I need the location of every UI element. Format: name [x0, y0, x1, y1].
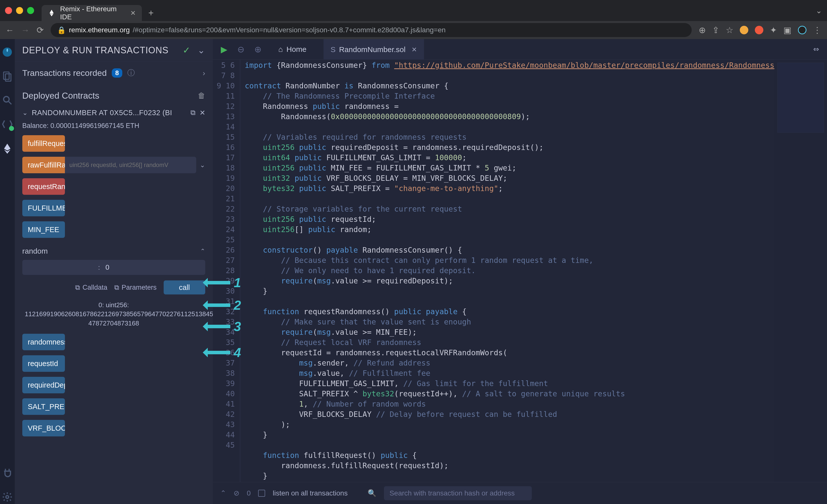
remix-logo-icon[interactable]: [0, 45, 14, 59]
colon-label: :: [98, 264, 100, 271]
play-icon[interactable]: ▶: [221, 44, 227, 54]
tx-count-badge: 8: [112, 68, 122, 77]
fn-minfee-button[interactable]: MIN_FEE: [22, 221, 65, 238]
kebab-menu-icon[interactable]: ⋮: [813, 25, 822, 35]
file-explorer-icon[interactable]: [0, 69, 14, 83]
random-index-input[interactable]: [105, 263, 201, 271]
close-file-icon[interactable]: ✕: [411, 46, 417, 54]
maximize-window-button[interactable]: [27, 7, 34, 14]
fn-requestid-button[interactable]: requestId: [22, 355, 65, 372]
trash-icon[interactable]: 🗑: [198, 92, 205, 100]
fn-fulfillrequest-button[interactable]: fulfillRequest: [22, 135, 65, 152]
contract-title: RANDOMNUMBER AT 0X5C5...F0232 (BI: [32, 109, 187, 117]
svg-point-5: [6, 496, 9, 499]
zoom-in-icon[interactable]: ⊕: [254, 44, 261, 54]
reload-icon[interactable]: ⟳: [37, 25, 44, 35]
copy-parameters-button[interactable]: ⧉Parameters: [114, 284, 157, 291]
fn-requireddeposit-button[interactable]: requiredDepos: [22, 377, 65, 393]
expand-chevron-icon[interactable]: ⌄: [200, 161, 205, 169]
compiler-icon[interactable]: [0, 117, 14, 131]
fn-requestrandom-button[interactable]: requestRando: [22, 178, 65, 195]
fn-rawfulfill-button[interactable]: rawFulfillRanc: [22, 157, 65, 173]
random-label: random: [22, 247, 48, 256]
deployed-contracts-label: Deployed Contracts: [22, 91, 99, 101]
forward-icon[interactable]: →: [21, 25, 30, 35]
code-content[interactable]: import {RandomnessConsumer} from "https:…: [240, 60, 774, 482]
file-tab[interactable]: S RandomNumber.sol ✕: [324, 39, 424, 60]
check-icon[interactable]: ✓: [183, 45, 190, 56]
function-list: fulfillRequest rawFulfillRanc ⌄ requestR…: [15, 135, 213, 245]
fn-randomness-button[interactable]: randomness: [22, 334, 65, 350]
fn-vrfblocks-button[interactable]: VRF_BLOCKS_: [22, 420, 65, 436]
maximize-editor-icon[interactable]: ⇔: [813, 45, 819, 53]
collapse-chevron-icon[interactable]: ⌃: [200, 247, 205, 255]
call-result-output: 0: uint256: 1121699190626081678622126973…: [22, 300, 205, 328]
listen-label: listen on all transactions: [273, 489, 348, 497]
home-tab[interactable]: ⌂ Home: [272, 39, 313, 60]
editor-minimap[interactable]: [774, 60, 827, 482]
puzzle-icon[interactable]: ✦: [770, 25, 777, 35]
url-box[interactable]: 🔒 remix.ethereum.org /#optimize=false&ru…: [51, 23, 692, 37]
share-icon[interactable]: ⇪: [712, 25, 719, 35]
tabs-dropdown-icon[interactable]: ⌄: [816, 6, 822, 15]
eth-favicon-icon: [48, 9, 56, 17]
tx-recorded-label: Transactions recorded: [22, 68, 107, 78]
deploy-icon[interactable]: [0, 141, 14, 155]
tx-recorded-row[interactable]: Transactions recorded 8 ⓘ ›: [15, 62, 213, 84]
extension-2-icon[interactable]: [755, 26, 763, 34]
svg-rect-2: [5, 74, 11, 81]
chevron-right-icon[interactable]: ›: [203, 69, 205, 77]
terminal-search-icon[interactable]: 🔍: [368, 489, 376, 497]
plugin-icon[interactable]: [0, 466, 14, 480]
listen-checkbox[interactable]: [258, 490, 265, 497]
new-tab-button[interactable]: +: [148, 8, 154, 18]
solidity-file-icon: S: [331, 45, 336, 54]
panel-title: DEPLOY & RUN TRANSACTIONS: [22, 45, 169, 56]
terminal-search-input[interactable]: Search with transaction hash or address: [384, 486, 532, 500]
editor-area: ▶ ⊖ ⊕ ⌂ Home S RandomNumber.sol ✕ ⇔ 5 6 …: [213, 39, 827, 504]
back-icon[interactable]: ←: [5, 25, 14, 35]
code-editor[interactable]: 5 6 7 8 9 10 11 12 13 14 15 16 17 18 19 …: [213, 60, 827, 482]
profile-avatar-icon[interactable]: [798, 26, 807, 34]
settings-gear-icon[interactable]: [0, 490, 14, 504]
copy-address-icon[interactable]: ⧉: [190, 109, 195, 117]
extension-1-icon[interactable]: [740, 26, 748, 34]
secure-lock-icon: 🔒: [57, 26, 66, 34]
fn-saltprefix-button[interactable]: SALT_PREFIX: [22, 398, 65, 415]
chevron-down-icon[interactable]: ⌄: [22, 109, 28, 117]
compiler-success-badge: [9, 126, 14, 131]
close-window-button[interactable]: [5, 7, 12, 14]
zoom-icon[interactable]: ⊕: [699, 25, 706, 35]
panel-icon[interactable]: ▣: [783, 25, 791, 35]
zoom-out-icon[interactable]: ⊖: [237, 44, 244, 54]
collapse-terminal-icon[interactable]: ⌃: [220, 489, 226, 497]
fn-rawfulfill-input[interactable]: [65, 157, 196, 173]
annotation-arrow-4: 4: [203, 345, 241, 360]
annotation-arrow-2: 2: [203, 298, 241, 313]
svg-rect-1: [4, 72, 9, 79]
minimize-window-button[interactable]: [16, 7, 23, 14]
info-icon[interactable]: ⓘ: [127, 68, 135, 78]
annotation-arrow-1: 1: [203, 275, 241, 290]
chevron-down-icon[interactable]: ⌄: [197, 45, 205, 56]
address-bar: ← → ⟳ 🔒 remix.ethereum.org /#optimize=fa…: [0, 21, 827, 39]
close-tab-icon[interactable]: ✕: [130, 9, 136, 17]
star-icon[interactable]: ☆: [726, 25, 733, 35]
copy-icon: ⧉: [75, 284, 80, 291]
fn-fulfillment-gas-button[interactable]: FULFILLMENT: [22, 200, 65, 216]
call-button[interactable]: call: [164, 280, 205, 294]
browser-titlebar: Remix - Ethereum IDE ✕ + ⌄: [0, 0, 827, 21]
deployed-contract-row[interactable]: ⌄ RANDOMNUMBER AT 0X5C5...F0232 (BI ⧉ ✕: [15, 105, 213, 120]
remove-contract-icon[interactable]: ✕: [199, 109, 205, 117]
deployed-contracts-header: Deployed Contracts 🗑: [15, 84, 213, 105]
search-icon[interactable]: [0, 93, 14, 107]
browser-tab[interactable]: Remix - Ethereum IDE ✕: [42, 5, 142, 21]
editor-toolbar: ▶ ⊖ ⊕ ⌂ Home S RandomNumber.sol ✕ ⇔: [213, 39, 827, 60]
window-controls: [5, 7, 34, 14]
copy-calldata-button[interactable]: ⧉Calldata: [75, 284, 107, 291]
clear-terminal-icon[interactable]: ⊘: [234, 489, 239, 497]
terminal-bar: ⌃ ⊘ 0 listen on all transactions 🔍 Searc…: [213, 482, 827, 504]
home-icon: ⌂: [279, 45, 283, 54]
url-path: /#optimize=false&runs=200&evmVersion=nul…: [133, 26, 446, 34]
line-gutter: 5 6 7 8 9 10 11 12 13 14 15 16 17 18 19 …: [213, 60, 240, 482]
